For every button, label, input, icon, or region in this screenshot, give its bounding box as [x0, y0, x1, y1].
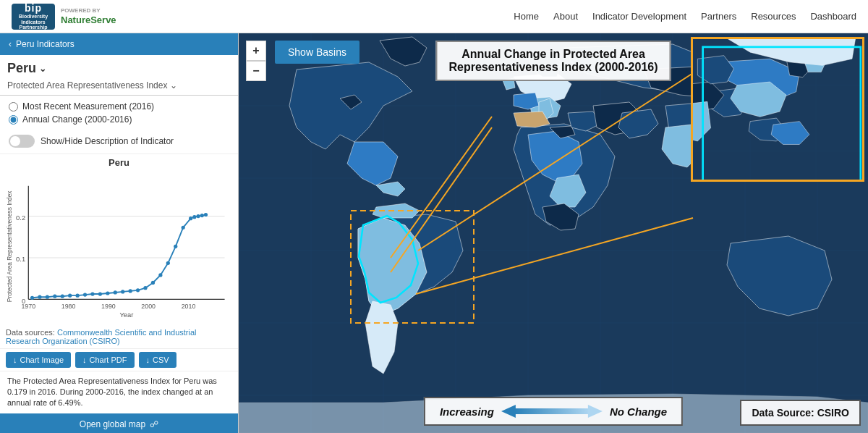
- download-chart-image[interactable]: ↓ Chart Image: [6, 352, 71, 368]
- radio-row-2: Annual Change (2000-2016): [9, 114, 229, 125]
- svg-text:Protected Area Representativen: Protected Area Representativeness Index: [6, 190, 13, 303]
- radio-group: Most Recent Measurement (2016) Annual Ch…: [0, 96, 238, 130]
- zoom-in-button[interactable]: +: [246, 41, 266, 61]
- zoom-out-button[interactable]: −: [246, 61, 266, 81]
- chart-title: Peru: [6, 157, 232, 168]
- nav-about[interactable]: About: [553, 8, 578, 25]
- map-area[interactable]: + − Show Basins Annual Change in Protect…: [239, 33, 868, 433]
- toggle-label: Show/Hide Description of Indicator: [41, 136, 174, 146]
- chart-svg-wrap: Protected Area Representativeness Index …: [6, 169, 232, 324]
- toggle-row[interactable]: Show/Hide Description of Indicator: [0, 130, 238, 154]
- download-chart-pdf[interactable]: ↓ Chart PDF: [75, 352, 134, 368]
- legend-increasing-label: Increasing: [440, 405, 494, 418]
- svg-text:0.1: 0.1: [16, 256, 25, 263]
- radio-annual[interactable]: [9, 115, 18, 125]
- chart-svg: Protected Area Representativeness Index …: [6, 169, 232, 324]
- nav-home[interactable]: Home: [514, 8, 539, 25]
- svg-text:1990: 1990: [101, 303, 116, 310]
- svg-text:1980: 1980: [61, 303, 76, 310]
- legend-arrow: [501, 404, 603, 419]
- map-legend: Increasing No Change: [424, 397, 683, 426]
- svg-text:1970: 1970: [21, 303, 35, 310]
- nav-dashboard[interactable]: Dashboard: [810, 8, 856, 25]
- chart-container: Peru Protected Area Representativeness I…: [0, 154, 238, 327]
- download-row: ↓ Chart Image ↓ Chart PDF ↓ CSV: [0, 348, 238, 371]
- bip-logo: bip BiodiversityIndicatorsPartnership: [12, 4, 55, 30]
- data-sources: Data sources: Commonwealth Scientific an…: [0, 327, 238, 348]
- natureserve-logo: POWERED BY NatureServe: [61, 7, 116, 25]
- svg-marker-67: [588, 405, 603, 418]
- main-nav: Home About Indicator Development Partner…: [514, 8, 856, 25]
- download-icon: ↓: [82, 356, 87, 364]
- chevron-down-icon: ⌄: [170, 80, 177, 91]
- show-basins-button[interactable]: Show Basins: [275, 41, 359, 64]
- description-text: The Protected Area Representativeness In…: [0, 371, 238, 413]
- country-title[interactable]: Peru ⌄: [0, 55, 238, 79]
- back-button[interactable]: ‹ Peru Indicators: [0, 33, 238, 55]
- toggle-switch[interactable]: [9, 135, 35, 148]
- main-layout: ‹ Peru Indicators Peru ⌄ Protected Area …: [0, 33, 868, 433]
- inset-svg: [693, 39, 864, 182]
- download-icon: ↓: [13, 356, 17, 364]
- radio-row-1: Most Recent Measurement (2016): [9, 101, 229, 112]
- header-left: bip BiodiversityIndicatorsPartnership PO…: [12, 4, 116, 30]
- legend-nochange-label: No Change: [610, 405, 667, 418]
- nav-resources[interactable]: Resources: [751, 8, 796, 25]
- left-panel: ‹ Peru Indicators Peru ⌄ Protected Area …: [0, 33, 239, 433]
- nav-indicator-development[interactable]: Indicator Development: [592, 8, 686, 25]
- radio-annual-label: Annual Change (2000-2016): [22, 114, 132, 125]
- svg-text:Year: Year: [119, 311, 133, 319]
- map-icon: ☍: [150, 419, 158, 429]
- svg-text:0.2: 0.2: [16, 214, 25, 222]
- open-map-button[interactable]: Open global map ☍: [0, 413, 238, 433]
- svg-marker-65: [501, 405, 516, 418]
- svg-text:2010: 2010: [182, 303, 196, 310]
- download-icon: ↓: [146, 356, 150, 364]
- header: bip BiodiversityIndicatorsPartnership PO…: [0, 0, 868, 33]
- radio-recent-label: Most Recent Measurement (2016): [22, 101, 154, 112]
- svg-rect-66: [514, 408, 590, 414]
- svg-text:2000: 2000: [141, 303, 156, 310]
- chevron-left-icon: ‹: [9, 39, 12, 49]
- toggle-knob: [10, 136, 20, 146]
- inset-map-box: [691, 37, 864, 182]
- data-source-label: Data Source: CSIRO: [740, 400, 861, 426]
- indicator-title[interactable]: Protected Area Representativeness Index …: [0, 79, 238, 96]
- zoom-controls: + −: [246, 41, 266, 81]
- nav-partners[interactable]: Partners: [701, 8, 736, 25]
- radio-recent[interactable]: [9, 102, 18, 112]
- download-csv[interactable]: ↓ CSV: [139, 352, 176, 368]
- chevron-down-icon: ⌄: [39, 64, 46, 74]
